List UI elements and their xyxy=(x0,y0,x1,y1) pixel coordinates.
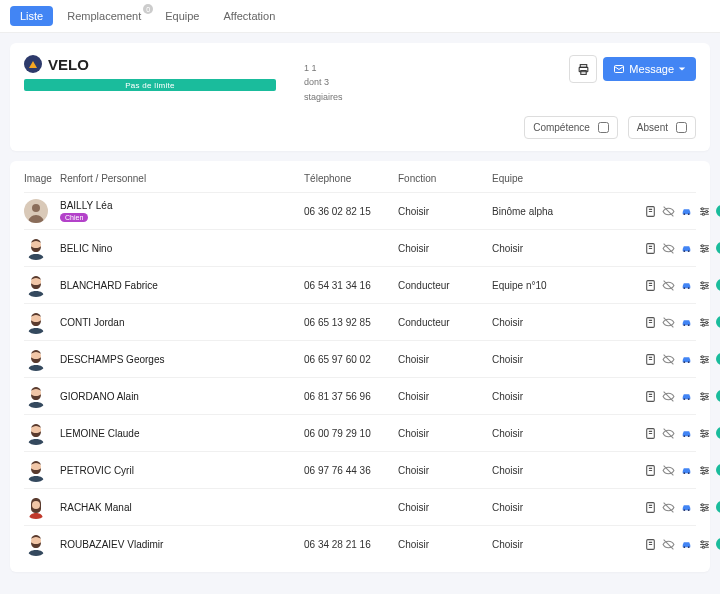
filter-absent-checkbox[interactable] xyxy=(676,122,687,133)
person-name[interactable]: BELIC Nino xyxy=(60,243,300,254)
info-icon[interactable]: i xyxy=(716,390,720,402)
svg-point-93 xyxy=(702,546,704,548)
info-icon[interactable]: i xyxy=(716,279,720,291)
settings-icon[interactable] xyxy=(698,242,711,255)
person-name[interactable]: DESCHAMPS Georges xyxy=(60,354,300,365)
table-row: CONTI Jordan06 65 13 92 85ConducteurChoi… xyxy=(24,303,696,340)
info-icon[interactable]: i xyxy=(716,464,720,476)
vehicle-icon[interactable] xyxy=(680,464,693,477)
hide-icon[interactable] xyxy=(662,279,675,292)
equipe-select[interactable]: Binôme alpha xyxy=(492,206,632,217)
hide-icon[interactable] xyxy=(662,501,675,514)
person-name[interactable]: CONTI Jordan xyxy=(60,317,300,328)
fonction-select[interactable]: Choisir xyxy=(398,206,488,217)
hide-icon[interactable] xyxy=(662,538,675,551)
equipe-select[interactable]: Choisir xyxy=(492,354,632,365)
info-icon[interactable]: i xyxy=(716,242,720,254)
note-icon[interactable] xyxy=(644,464,657,477)
info-icon[interactable]: i xyxy=(716,501,720,513)
fonction-select[interactable]: Choisir xyxy=(398,243,488,254)
note-icon[interactable] xyxy=(644,242,657,255)
info-icon[interactable]: i xyxy=(716,353,720,365)
note-icon[interactable] xyxy=(644,353,657,366)
tab-affectation[interactable]: Affectation xyxy=(214,6,286,26)
vehicle-icon[interactable] xyxy=(680,316,693,329)
tab-equipe[interactable]: Equipe xyxy=(155,6,209,26)
svg-point-8 xyxy=(683,213,685,215)
tab-remplacement[interactable]: Remplacement0 xyxy=(57,6,151,26)
vehicle-icon[interactable] xyxy=(680,427,693,440)
note-icon[interactable] xyxy=(644,390,657,403)
info-icon[interactable]: i xyxy=(716,538,720,550)
equipe-select[interactable]: Choisir xyxy=(492,428,632,439)
vehicle-icon[interactable] xyxy=(680,242,693,255)
note-icon[interactable] xyxy=(644,538,657,551)
hide-icon[interactable] xyxy=(662,390,675,403)
equipe-select[interactable]: Choisir xyxy=(492,391,632,402)
svg-point-81 xyxy=(688,509,690,511)
fonction-select[interactable]: Choisir xyxy=(398,502,488,513)
note-icon[interactable] xyxy=(644,205,657,218)
info-icon[interactable]: i xyxy=(716,427,720,439)
fonction-select[interactable]: Choisir xyxy=(398,391,488,402)
equipe-select[interactable]: Choisir xyxy=(492,243,632,254)
settings-icon[interactable] xyxy=(698,538,711,551)
info-icon[interactable]: i xyxy=(716,205,720,217)
person-name[interactable]: PETROVIC Cyril xyxy=(60,465,300,476)
settings-icon[interactable] xyxy=(698,279,711,292)
print-button[interactable] xyxy=(569,55,597,83)
message-button[interactable]: Message xyxy=(603,57,696,81)
settings-icon[interactable] xyxy=(698,501,711,514)
avatar xyxy=(24,458,48,482)
fonction-select[interactable]: Choisir xyxy=(398,354,488,365)
settings-icon[interactable] xyxy=(698,205,711,218)
fonction-select[interactable]: Choisir xyxy=(398,428,488,439)
person-name[interactable]: RACHAK Manal xyxy=(60,502,300,513)
filter-competence-checkbox[interactable] xyxy=(598,122,609,133)
person-name[interactable]: BAILLY Léa xyxy=(60,200,300,211)
vehicle-icon[interactable] xyxy=(680,205,693,218)
person-name[interactable]: GIORDANO Alain xyxy=(60,391,300,402)
filter-absent[interactable]: Absent xyxy=(628,116,696,139)
fonction-select[interactable]: Conducteur xyxy=(398,317,488,328)
settings-icon[interactable] xyxy=(698,427,711,440)
settings-icon[interactable] xyxy=(698,353,711,366)
vehicle-icon[interactable] xyxy=(680,353,693,366)
hide-icon[interactable] xyxy=(662,205,675,218)
hide-icon[interactable] xyxy=(662,464,675,477)
fonction-select[interactable]: Choisir xyxy=(398,539,488,550)
person-name[interactable]: BLANCHARD Fabrice xyxy=(60,280,300,291)
avatar xyxy=(24,199,48,223)
settings-icon[interactable] xyxy=(698,464,711,477)
note-icon[interactable] xyxy=(644,427,657,440)
tab-badge: 0 xyxy=(143,4,153,14)
fonction-select[interactable]: Choisir xyxy=(398,465,488,476)
equipe-select[interactable]: Choisir xyxy=(492,539,632,550)
equipe-select[interactable]: Equipe n°10 xyxy=(492,280,632,291)
note-icon[interactable] xyxy=(644,316,657,329)
settings-icon[interactable] xyxy=(698,316,711,329)
hide-icon[interactable] xyxy=(662,427,675,440)
vehicle-icon[interactable] xyxy=(680,538,693,551)
equipe-select[interactable]: Choisir xyxy=(492,465,632,476)
hide-icon[interactable] xyxy=(662,316,675,329)
fonction-select[interactable]: Conducteur xyxy=(398,280,488,291)
hide-icon[interactable] xyxy=(662,353,675,366)
filter-competence[interactable]: Compétence xyxy=(524,116,618,139)
tab-liste[interactable]: Liste xyxy=(10,6,53,26)
settings-icon[interactable] xyxy=(698,390,711,403)
svg-point-39 xyxy=(702,324,704,326)
vehicle-icon[interactable] xyxy=(680,390,693,403)
hide-icon[interactable] xyxy=(662,242,675,255)
note-icon[interactable] xyxy=(644,501,657,514)
vehicle-icon[interactable] xyxy=(680,501,693,514)
svg-point-10 xyxy=(701,207,703,209)
equipe-select[interactable]: Choisir xyxy=(492,502,632,513)
equipe-select[interactable]: Choisir xyxy=(492,317,632,328)
info-icon[interactable]: i xyxy=(716,316,720,328)
vehicle-icon[interactable] xyxy=(680,279,693,292)
note-icon[interactable] xyxy=(644,279,657,292)
person-name[interactable]: ROUBAZAIEV Vladimir xyxy=(60,539,300,550)
message-label: Message xyxy=(629,63,674,75)
person-name[interactable]: LEMOINE Claude xyxy=(60,428,300,439)
